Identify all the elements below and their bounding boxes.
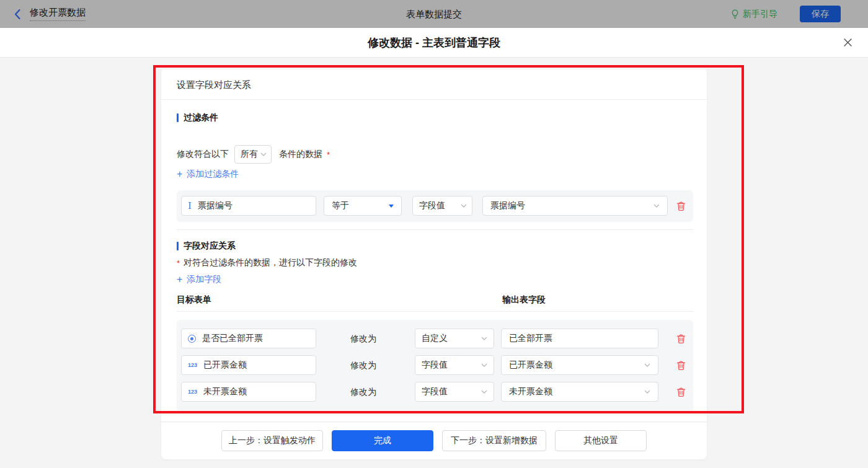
column-header-output-field: 输出表字段 (502, 294, 546, 306)
modify-label: 修改为 (350, 355, 376, 375)
modify-label: 修改为 (350, 382, 376, 402)
output-field-select[interactable]: 已开票金额 (501, 355, 658, 375)
filter-section-title: 过滤条件 (177, 112, 218, 123)
chevron-down-icon (260, 152, 267, 156)
delete-field-button[interactable] (675, 332, 687, 345)
done-button[interactable]: 完成 (332, 430, 433, 451)
divider (161, 99, 707, 100)
add-filter-link[interactable]: + 添加过滤条件 (177, 169, 239, 180)
save-button[interactable]: 保存 (800, 6, 841, 22)
mode-select[interactable]: 字段值 (415, 355, 494, 375)
custom-value-input[interactable]: 已全部开票 (501, 329, 658, 348)
guide-label: 新手引导 (743, 9, 777, 20)
text-field-icon: I (188, 201, 192, 211)
condition-row: 修改符合以下 所有 条件的数据 * (177, 145, 330, 164)
plus-icon: + (177, 170, 182, 179)
panel-title: 设置字段对应关系 (177, 78, 251, 91)
condition-scope-select[interactable]: 所有 (234, 145, 272, 164)
number-icon: 123 (188, 362, 197, 368)
dropdown-triangle-icon (389, 205, 394, 208)
plus-icon: + (177, 275, 182, 284)
mapping-description: * 对符合过滤条件的数据，进行以下字段的修改 (177, 257, 357, 268)
mapping-section-title: 字段对应关系 (177, 241, 236, 252)
mapping-row: 123 已开票金额 修改为 字段值 已开票金额 (177, 355, 693, 375)
delete-field-button[interactable] (675, 386, 687, 398)
topbar: 修改开票数据 表单数据提交 新手引导 保存 (0, 0, 868, 28)
condition-prefix: 修改符合以下 (177, 149, 229, 160)
value-type-select[interactable]: 字段值 (412, 196, 472, 216)
guide-button[interactable]: 新手引导 (731, 9, 777, 20)
target-field-box[interactable]: 123 未开票金额 (181, 382, 316, 402)
mapping-row: 是否已全部开票 修改为 自定义 已全部开票 (177, 329, 693, 348)
delete-field-button[interactable] (675, 359, 687, 371)
mode-select[interactable]: 自定义 (415, 329, 494, 348)
target-field-box[interactable]: 是否已全部开票 (181, 329, 316, 348)
chevron-down-icon (481, 390, 487, 394)
prev-step-button[interactable]: 上一步：设置触发动作 (221, 430, 323, 451)
trash-icon (676, 201, 686, 211)
required-asterisk: * (177, 258, 180, 268)
filter-field-input[interactable]: I 票据编号 (181, 196, 316, 216)
column-header-target-form: 目标表单 (177, 294, 211, 306)
dialog-header: 修改数据 - 主表到普通字段 (0, 28, 868, 58)
content-card: 设置字段对应关系 过滤条件 修改符合以下 所有 条件的数据 * + 添加过滤条件… (161, 69, 707, 459)
output-field-select[interactable]: 未开票金额 (501, 382, 658, 402)
trash-icon (676, 333, 686, 344)
section-bar (177, 113, 179, 122)
chevron-down-icon (644, 390, 650, 394)
delete-filter-button[interactable] (675, 200, 687, 212)
chevron-down-icon (481, 337, 487, 340)
value-field-select[interactable]: 票据编号 (482, 196, 668, 216)
divider (177, 229, 693, 230)
mode-select[interactable]: 字段值 (415, 382, 494, 402)
divider (177, 311, 693, 312)
number-icon: 123 (188, 389, 197, 395)
modify-label: 修改为 (350, 329, 376, 348)
trash-icon (676, 387, 686, 397)
filter-row: I 票据编号 等于 字段值 票据编号 (177, 190, 693, 222)
lightbulb-icon (731, 9, 739, 20)
trash-icon (676, 360, 686, 371)
add-field-link[interactable]: + 添加字段 (177, 274, 221, 285)
chevron-down-icon (461, 204, 467, 208)
condition-suffix: 条件的数据 (279, 149, 322, 160)
target-field-box[interactable]: 123 已开票金额 (181, 355, 316, 375)
other-settings-button[interactable]: 其他设置 (555, 430, 647, 451)
chevron-down-icon (481, 363, 487, 367)
chevron-down-icon (644, 363, 650, 367)
dialog-title: 修改数据 - 主表到普通字段 (0, 28, 868, 58)
close-icon[interactable] (843, 38, 853, 48)
mapping-row: 123 未开票金额 修改为 字段值 未开票金额 (177, 382, 693, 402)
section-bar (177, 242, 179, 250)
radio-icon (188, 335, 196, 343)
operator-select[interactable]: 等于 (324, 196, 402, 216)
mapping-rows-container: 是否已全部开票 修改为 自定义 已全部开票 123 已开票金额 修改为 (177, 320, 693, 413)
next-step-button[interactable]: 下一步：设置新增数据 (442, 430, 546, 451)
required-asterisk: * (327, 150, 330, 159)
dialog-footer: 上一步：设置触发动作 完成 下一步：设置新增数据 其他设置 (161, 422, 707, 459)
chevron-down-icon (653, 204, 660, 208)
